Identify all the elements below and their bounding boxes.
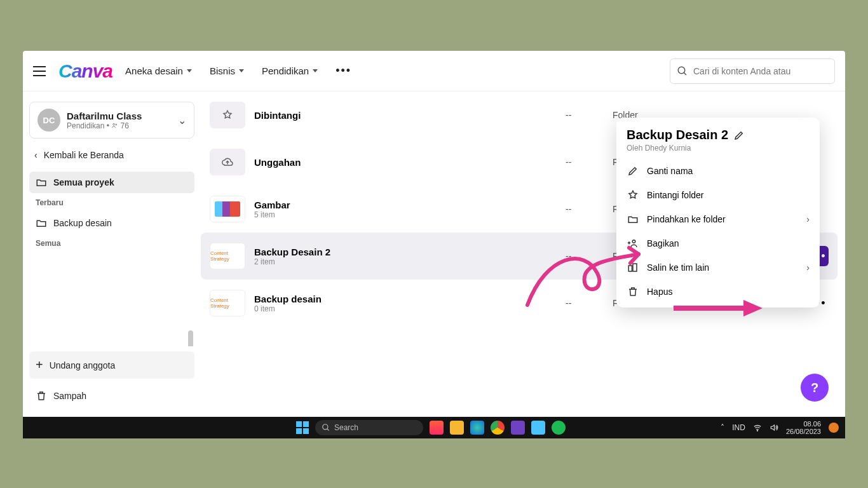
start-button[interactable]	[296, 421, 309, 434]
pencil-icon	[627, 165, 639, 177]
menu-pendidikan[interactable]: Pendidikan	[262, 65, 318, 76]
hamburger-menu-icon[interactable]	[33, 66, 46, 76]
folder-icon	[36, 177, 47, 188]
upload-icon	[210, 149, 245, 175]
team-switcher[interactable]: DC Daftarilmu Class Pendidikan • 76 ⌄	[29, 102, 194, 139]
sidebar-label-all: Semua	[29, 234, 194, 253]
menu-delete[interactable]: Hapus	[616, 280, 820, 304]
svg-line-9	[327, 429, 329, 431]
taskbar-notepad-icon[interactable]	[531, 421, 545, 435]
team-name: Daftarilmu Class	[67, 111, 142, 121]
taskbar-clock[interactable]: 08.0626/08/2023	[786, 420, 821, 435]
menu-bisnis[interactable]: Bisnis	[210, 65, 244, 76]
folder-thumbnail: Content Strategy	[210, 243, 245, 269]
search-box[interactable]	[670, 58, 835, 84]
folder-icon	[36, 217, 47, 229]
search-input[interactable]	[693, 66, 828, 76]
trash-icon	[627, 286, 639, 297]
menu-star-folder[interactable]: Bintangi folder	[616, 183, 820, 207]
svg-point-2	[113, 123, 115, 125]
chevron-down-icon	[187, 69, 192, 72]
menu-share[interactable]: Bagikan	[616, 231, 820, 255]
svg-point-10	[757, 430, 757, 431]
menu-copy-to-team[interactable]: Salin ke tim lain›	[616, 255, 820, 280]
svg-rect-6	[633, 264, 637, 271]
chevron-down-icon	[239, 69, 244, 72]
taskbar-search[interactable]: Search	[315, 420, 423, 435]
chevron-right-icon: ›	[806, 262, 810, 273]
context-menu: Backup Desain 2 Oleh Dhedy Kurnia Ganti …	[616, 118, 820, 308]
taskbar-explorer-icon[interactable]	[450, 421, 464, 435]
search-icon	[677, 65, 688, 77]
context-menu-subtitle: Oleh Dhedy Kurnia	[627, 144, 810, 152]
folder-thumbnail	[210, 196, 245, 222]
app-window: Canva Aneka desain Bisnis Pendidikan •••…	[23, 51, 845, 418]
taskbar-spotify-icon[interactable]	[552, 421, 566, 435]
sidebar-item-all-projects[interactable]: Semua proyek	[29, 172, 194, 193]
svg-line-1	[684, 72, 686, 75]
taskbar-app-icon[interactable]	[511, 421, 525, 435]
top-menu: Aneka desain Bisnis Pendidikan •••	[125, 64, 351, 78]
chevron-right-icon: ›	[806, 214, 810, 224]
back-to-home[interactable]: ‹ Kembali ke Beranda	[29, 144, 194, 166]
star-icon	[627, 189, 639, 201]
sidebar-item-backup-desain[interactable]: Backup desain	[29, 212, 194, 234]
svg-point-4	[632, 240, 635, 243]
wifi-icon[interactable]	[753, 423, 762, 432]
sidebar-trash[interactable]: Sampah	[29, 384, 194, 408]
plus-icon: +	[36, 358, 43, 372]
chevron-down-icon	[313, 69, 318, 72]
menu-move-to-folder[interactable]: Pindahkan ke folder›	[616, 207, 820, 231]
invite-members[interactable]: + Undang anggota	[29, 351, 194, 379]
windows-taskbar: Search ˄ IND 08.0626/08/2023	[23, 417, 845, 438]
search-icon	[322, 423, 330, 432]
svg-rect-5	[628, 266, 632, 271]
taskbar-pinned-apps	[430, 421, 566, 435]
people-plus-icon	[627, 238, 639, 249]
top-bar: Canva Aneka desain Bisnis Pendidikan •••	[23, 51, 845, 92]
menu-more-icon[interactable]: •••	[336, 64, 351, 78]
menu-aneka-desain[interactable]: Aneka desain	[125, 65, 192, 76]
chevron-left-icon: ‹	[34, 150, 37, 160]
sidebar-label-recent: Terbaru	[29, 193, 194, 212]
svg-point-8	[323, 424, 328, 430]
team-sub: Pendidikan • 76	[67, 121, 142, 130]
folder-icon	[627, 214, 639, 225]
scrollbar[interactable]	[188, 330, 193, 346]
sidebar: DC Daftarilmu Class Pendidikan • 76 ⌄ ‹ …	[23, 92, 201, 418]
svg-point-0	[678, 67, 685, 74]
taskbar-app-icon[interactable]	[430, 421, 444, 435]
taskbar-edge-icon[interactable]	[470, 421, 484, 435]
svg-point-3	[116, 124, 117, 125]
trash-icon	[36, 390, 47, 402]
notification-badge[interactable]	[829, 423, 839, 433]
pencil-icon[interactable]	[733, 130, 745, 141]
canva-logo[interactable]: Canva	[58, 60, 112, 82]
team-avatar: DC	[37, 109, 60, 132]
buildings-icon	[627, 262, 639, 273]
folder-thumbnail: Content Strategy	[210, 290, 245, 316]
help-fab[interactable]: ?	[801, 374, 829, 402]
menu-rename[interactable]: Ganti nama	[616, 159, 820, 183]
taskbar-chrome-icon[interactable]	[491, 421, 505, 435]
chevron-down-icon: ⌄	[178, 114, 186, 126]
context-menu-title: Backup Desain 2	[627, 128, 728, 142]
chevron-up-icon[interactable]: ˄	[721, 423, 724, 432]
star-icon	[210, 102, 245, 128]
volume-icon[interactable]	[770, 423, 778, 432]
taskbar-language[interactable]: IND	[732, 423, 745, 432]
